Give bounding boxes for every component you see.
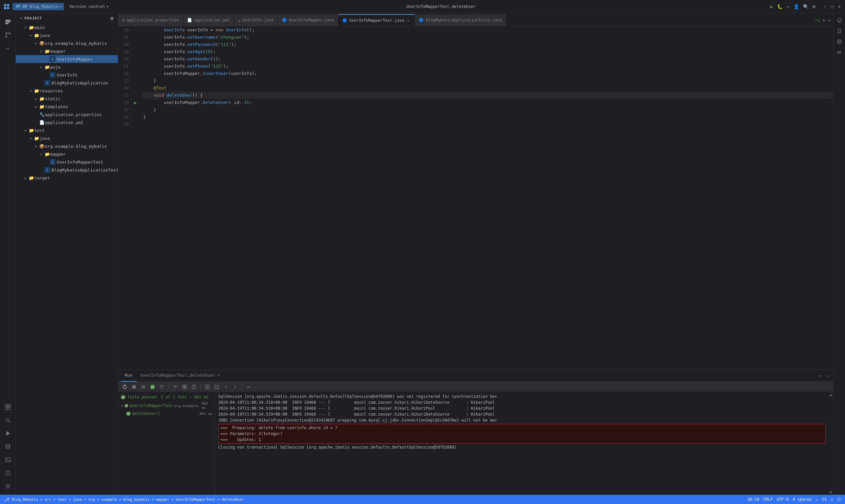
tree-item-java[interactable]: ▾ 📁 java — [16, 31, 118, 39]
rerun-icon[interactable] — [121, 383, 129, 391]
more-actions-icon[interactable]: ⋯ — [245, 383, 252, 391]
spacer — [43, 72, 50, 78]
tree-item-org[interactable]: ▾ 📦 org.example.blog_mybatis — [16, 39, 118, 47]
tree-item-resources[interactable]: ▾ 📁 resources — [16, 87, 118, 95]
sort-icon[interactable] — [171, 383, 179, 391]
activity-git-icon[interactable] — [2, 29, 14, 41]
activity-database-icon[interactable] — [2, 441, 14, 452]
tree-item-app-yml[interactable]: 📄 application.yml — [16, 119, 118, 126]
activity-search-icon[interactable] — [2, 414, 14, 426]
maximize-button[interactable]: □ — [830, 4, 834, 9]
tree-item-test-org[interactable]: ▾ 📦 org.example.blog_mybatis — [16, 142, 118, 150]
tab-application-yml[interactable]: 📄 application.yml — [183, 14, 234, 26]
tree-item-userinfo[interactable]: C UserInfo — [16, 71, 118, 79]
stop-icon[interactable] — [130, 383, 138, 391]
scroll-up-icon[interactable]: ▲ — [830, 393, 832, 396]
test-tree-item-delete[interactable]: deleteUser() 962 ms — [118, 411, 215, 417]
tree-item-userinfomapper[interactable]: I UserInfoMapper — [16, 55, 118, 63]
console-output[interactable]: SqlSession [org.apache.ibatis.session.de… — [215, 392, 828, 495]
test-package-icon: 📦 — [39, 143, 45, 149]
test-filter-icon[interactable] — [158, 383, 166, 391]
tree-item-static[interactable]: ▸ 📁 static — [16, 95, 118, 103]
debug-icon[interactable]: 🐛 — [777, 4, 782, 9]
activity-terminal-icon[interactable] — [2, 454, 14, 466]
test-toolbar: ⋯ — [118, 382, 833, 392]
version-control-button[interactable]: Version control ▾ — [67, 4, 111, 10]
status-encoding[interactable]: UTF-8 — [777, 497, 789, 502]
status-line-col[interactable]: 26:10 — [747, 497, 759, 502]
activity-run-icon[interactable] — [2, 428, 14, 439]
search-icon[interactable]: 🔍 — [803, 4, 809, 9]
expand-all-icon[interactable] — [180, 383, 189, 391]
test-run-gutter-icon[interactable]: ▶ — [134, 100, 137, 105]
test-run-tab[interactable]: UserInfoMapperTest.deleteUser ✕ — [136, 370, 224, 382]
test-passed-icon[interactable] — [148, 383, 156, 391]
code-line-23: } — [142, 77, 833, 85]
pojo-folder-icon: 📁 — [44, 64, 50, 70]
svg-rect-21 — [133, 385, 136, 389]
tree-item-test-mapper-dir[interactable]: ▾ 📁 mapper — [16, 150, 118, 158]
tree-item-templates[interactable]: ▸ 📁 templates — [16, 103, 118, 110]
right-m-icon[interactable]: m — [835, 48, 844, 57]
right-notifications-icon[interactable] — [835, 16, 844, 25]
test-tree-item-suite[interactable]: ▾ UserInfoMapperTest org.example. 962 ms — [118, 401, 215, 411]
tab-actions-more-icon[interactable]: ⋯ — [828, 18, 830, 23]
run-icon[interactable]: ▶ — [770, 4, 773, 9]
tree-item-app-properties[interactable]: 🔧 application.properties — [16, 110, 118, 119]
tab-application-properties[interactable]: ⚙ application.properties — [118, 14, 183, 26]
more-menu-icon[interactable]: ⋯ — [787, 4, 789, 9]
panel-more-icon[interactable]: ⋯ — [817, 372, 823, 379]
next-icon[interactable] — [231, 383, 239, 391]
project-header[interactable]: ▾ Project ⚙ — [16, 13, 118, 23]
panel-minimize-icon[interactable]: — — [825, 372, 830, 379]
activity-settings-icon[interactable] — [2, 480, 14, 492]
tree-item-label: templates — [45, 104, 68, 109]
tree-item-userinfomappertest[interactable]: C UserInfoMapperTest — [16, 158, 118, 166]
tab-userinfo-java[interactable]: ☕ UserInfo.java — [234, 14, 278, 26]
project-badge[interactable]: BM BM Blog_Mybatis ▾ — [13, 3, 64, 10]
prev-icon[interactable] — [222, 383, 230, 391]
status-git-icon[interactable]: ⎇ — [4, 497, 9, 502]
tree-item-pojo[interactable]: ▾ 📁 pojo — [16, 63, 118, 71]
code-editor[interactable]: 16 17 18 19 20 21 22 23 24 25 26 27 28 2… — [118, 26, 833, 370]
minimize-button[interactable]: — — [823, 4, 827, 9]
bottom-panel-actions: ⋯ — — [817, 372, 830, 379]
status-checkbox-icon: ☑ — [831, 497, 833, 502]
status-info-icon[interactable]: ⓘ — [837, 497, 841, 502]
test-run-tab-close-icon[interactable]: ✕ — [217, 373, 219, 377]
activity-structure-icon[interactable] — [2, 401, 14, 413]
tab-close-button[interactable]: ✕ — [406, 18, 411, 23]
tree-item-blogmybatisapptests[interactable]: C BlogMybatisApplicationTests — [16, 166, 118, 174]
settings-icon[interactable]: ⚙ — [813, 4, 815, 9]
activity-project-icon[interactable] — [2, 16, 14, 28]
run-tab[interactable]: Run — [121, 370, 136, 382]
right-bookmark-icon[interactable] — [835, 26, 844, 36]
tree-item-mapper-dir[interactable]: ▾ 📁 mapper — [16, 47, 118, 55]
svg-point-20 — [7, 485, 9, 487]
close-button[interactable]: ✕ — [837, 4, 842, 9]
project-header-settings-icon[interactable]: ⚙ — [110, 15, 114, 21]
tab-blogmybatisapptests-java[interactable]: 🔵 BlogMybatisApplicationTests.java — [415, 14, 506, 26]
activity-alert-icon[interactable] — [2, 467, 14, 479]
profile-icon[interactable]: 👤 — [793, 4, 799, 9]
output-icon[interactable] — [213, 383, 221, 391]
tree-item-test[interactable]: ▾ 📁 test — [16, 126, 118, 134]
status-crlf[interactable]: CRLF — [763, 497, 773, 502]
pause-icon[interactable] — [139, 383, 147, 391]
expand-icon: ▾ — [33, 40, 39, 46]
svg-point-8 — [8, 33, 10, 34]
tab-userinfomapper-java[interactable]: 🔵 UserInfoMapper.java — [278, 14, 338, 26]
tab-actions-chevron-icon[interactable]: ▾ — [823, 18, 825, 23]
activity-dots-icon[interactable]: ⋯ — [2, 42, 14, 54]
tab-userinfomappertest-java[interactable]: 🔵 UserInfoMapperTest.java ✕ — [338, 14, 415, 26]
right-database-icon[interactable] — [835, 37, 844, 46]
console-line-3: 2024-04-19T11:00:34.538+08:00 INFO 19468… — [218, 406, 826, 411]
status-indent[interactable]: 4 spaces — [793, 497, 812, 502]
scroll-down-icon[interactable]: ▼ — [830, 490, 832, 494]
tree-item-test-java[interactable]: ▾ 📁 java — [16, 134, 118, 142]
tree-item-target[interactable]: ▸ 📁 target — [16, 174, 118, 182]
export-icon[interactable] — [203, 383, 211, 391]
tree-item-main[interactable]: ▾ 📁 main — [16, 23, 118, 31]
tree-item-blogmybatisapp[interactable]: C BlogMybatisApplication — [16, 79, 118, 87]
timer-icon[interactable] — [190, 383, 198, 391]
